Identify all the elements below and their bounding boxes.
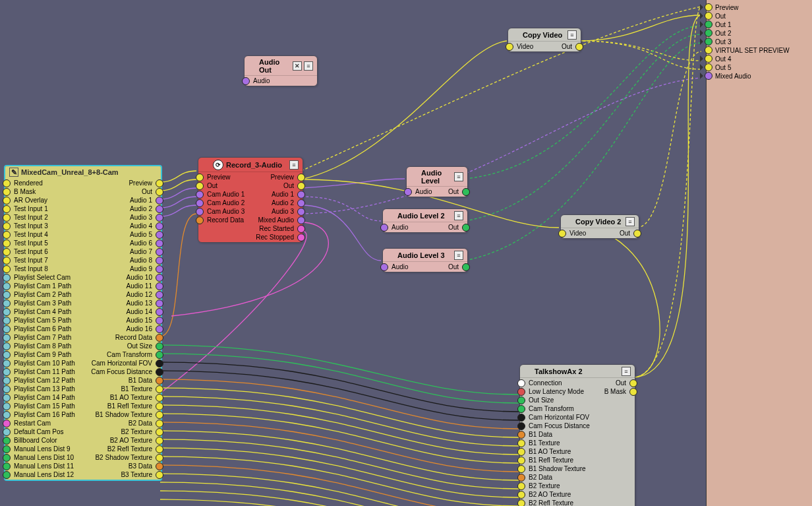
port-b2-ao-texture[interactable]: B2 AO Texture <box>523 490 590 499</box>
port-restart-cam[interactable]: Restart Cam <box>8 419 83 427</box>
port-dot[interactable] <box>705 3 712 11</box>
port-dot[interactable] <box>156 462 163 470</box>
port-dot[interactable] <box>3 420 11 427</box>
port-out-size[interactable]: Out Size <box>127 342 158 350</box>
port-dot[interactable] <box>196 191 204 199</box>
port-b1-refl-texture[interactable]: B1 Refl Texture <box>107 402 158 410</box>
port-dot[interactable] <box>629 379 637 387</box>
port-audio[interactable]: Audio <box>386 263 409 271</box>
port-dot[interactable] <box>297 191 305 199</box>
port-dot[interactable] <box>3 214 11 222</box>
port-dot[interactable] <box>575 43 583 51</box>
menu-icon[interactable]: ≡ <box>622 367 631 376</box>
port-dot[interactable] <box>3 402 11 410</box>
output-port-mixed-audio[interactable]: Mixed Audio <box>700 71 751 80</box>
port-video[interactable]: Video <box>564 229 586 237</box>
port-dot[interactable] <box>156 197 163 205</box>
port-dot[interactable] <box>3 205 11 213</box>
port-test-input-1[interactable]: Test Input 1 <box>8 205 83 213</box>
port-dot[interactable] <box>517 388 525 396</box>
port-playlist-cam-4-path[interactable]: Playlist Cam 4 Path <box>8 307 83 316</box>
menu-icon[interactable]: ≡ <box>304 61 313 71</box>
menu-icon[interactable]: ≡ <box>625 217 635 226</box>
port-dot[interactable] <box>297 234 305 241</box>
port-billboard-color[interactable]: Billboard Color <box>8 436 83 445</box>
port-b2-shadow-texture[interactable]: B2 Shadow Texture <box>95 453 158 462</box>
port-dot[interactable] <box>705 72 712 80</box>
port-dot[interactable] <box>156 420 163 427</box>
port-dot[interactable] <box>3 197 11 205</box>
port-b1-texture[interactable]: B1 Texture <box>523 439 590 447</box>
port-cam-focus-distance[interactable]: Cam Focus Distance <box>91 367 158 376</box>
port-cam-audio-1[interactable]: Cam Audio 1 <box>201 190 245 199</box>
port-b-mask[interactable]: B Mask <box>8 187 83 196</box>
node-audio-level-3[interactable]: Audio Level 3 ≡ Audio Out <box>382 248 468 272</box>
port-dot[interactable] <box>156 394 163 402</box>
node-talkshowax-2[interactable]: TalkshowAx 2 ≡ ConnectionLow Latency Mod… <box>519 364 635 506</box>
port-b2-data[interactable]: B2 Data <box>129 419 158 427</box>
port-rec-started[interactable]: Rec Started <box>259 224 300 233</box>
port-dot[interactable] <box>297 225 305 233</box>
edit-icon[interactable]: ✎ <box>9 168 18 177</box>
port-audio-14[interactable]: Audio 14 <box>127 307 158 316</box>
node-title[interactable]: Audio Level 2 ≡ <box>383 209 467 222</box>
port-dot[interactable] <box>3 308 11 316</box>
port-audio[interactable]: Audio <box>247 77 270 85</box>
port-dot[interactable] <box>517 457 525 464</box>
port-dot[interactable] <box>156 239 163 247</box>
port-b1-ao-texture[interactable]: B1 AO Texture <box>523 447 590 456</box>
port-playlist-cam-10-path[interactable]: Playlist Cam 10 Path <box>8 359 83 367</box>
port-dot[interactable] <box>156 291 163 299</box>
port-dot[interactable] <box>3 239 11 247</box>
port-dot[interactable] <box>3 454 11 462</box>
port-dot[interactable] <box>156 308 163 316</box>
port-dot[interactable] <box>156 231 163 239</box>
port-ar-overlay[interactable]: AR Overlay <box>8 196 83 205</box>
port-dot[interactable] <box>297 174 305 181</box>
port-cam-audio-2[interactable]: Cam Audio 2 <box>201 199 245 207</box>
menu-icon[interactable]: ≡ <box>454 172 463 181</box>
output-port-virtual-set-preview[interactable]: VIRTUAL SET PREVIEW <box>700 46 790 55</box>
port-test-input-2[interactable]: Test Input 2 <box>8 213 83 222</box>
port-playlist-cam-7-path[interactable]: Playlist Cam 7 Path <box>8 333 83 342</box>
port-out-size[interactable]: Out Size <box>523 396 590 404</box>
port-dot[interactable] <box>3 368 11 376</box>
port-dot[interactable] <box>629 388 637 396</box>
port-b2-texture[interactable]: B2 Texture <box>523 482 590 490</box>
port-b1-data[interactable]: B1 Data <box>129 376 158 385</box>
port-dot[interactable] <box>156 360 163 367</box>
node-title[interactable]: ⟳ Record_3-Audio ≡ <box>198 158 303 172</box>
node-title[interactable]: ✎ MixedCam_Unreal_8+8-Cam <box>5 166 161 178</box>
port-manual-lens-dist-12[interactable]: Manual Lens Dist 12 <box>8 470 83 479</box>
port-dot[interactable] <box>156 334 163 342</box>
port-playlist-cam-1-path[interactable]: Playlist Cam 1 Path <box>8 282 83 290</box>
node-mixedcam[interactable]: ✎ MixedCam_Unreal_8+8-Cam RenderedB Mask… <box>4 165 162 481</box>
node-title[interactable]: Audio Out ✕ ≡ <box>245 56 317 76</box>
port-out[interactable]: Out <box>448 187 465 196</box>
port-test-input-4[interactable]: Test Input 4 <box>8 230 83 239</box>
port-dot[interactable] <box>297 208 305 216</box>
port-dot[interactable] <box>705 12 712 20</box>
port-dot[interactable] <box>3 265 11 273</box>
output-port-out-1[interactable]: Out 1 <box>700 20 731 29</box>
port-playlist-select-cam[interactable]: Playlist Select Cam <box>8 273 83 282</box>
port-dot[interactable] <box>517 422 525 430</box>
port-playlist-cam-16-path[interactable]: Playlist Cam 16 Path <box>8 410 83 419</box>
port-dot[interactable] <box>196 208 204 216</box>
port-dot[interactable] <box>462 188 470 196</box>
port-cam-horizontal-fov[interactable]: Cam Horizontal FOV <box>92 359 158 367</box>
port-dot[interactable] <box>3 462 11 470</box>
port-cam-focus-distance[interactable]: Cam Focus Distance <box>523 422 590 430</box>
port-audio-2[interactable]: Audio 2 <box>272 199 300 207</box>
output-port-out[interactable]: Out <box>700 11 726 20</box>
port-preview[interactable]: Preview <box>270 173 300 181</box>
port-dot[interactable] <box>3 325 11 333</box>
port-record-data[interactable]: Record Data <box>201 216 245 224</box>
port-dot[interactable] <box>705 55 712 63</box>
port-default-cam-pos[interactable]: Default Cam Pos <box>8 427 83 436</box>
port-dot[interactable] <box>506 43 513 51</box>
menu-icon[interactable]: ≡ <box>454 251 463 260</box>
port-dot[interactable] <box>3 179 11 187</box>
port-dot[interactable] <box>517 414 525 422</box>
port-manual-lens-dist-11[interactable]: Manual Lens Dist 11 <box>8 462 83 470</box>
